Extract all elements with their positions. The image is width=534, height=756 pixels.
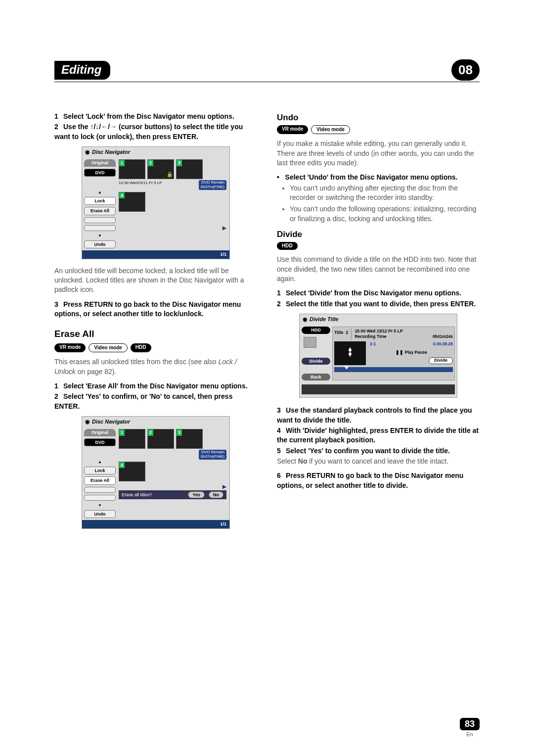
divide-button: Divide bbox=[429, 357, 453, 364]
video-mode-badge: Video mode bbox=[89, 343, 128, 352]
hdd-badge: HDD bbox=[131, 343, 151, 352]
disc-navigator-screenshot-lock: ◉Disc Navigator Original DVD ▲ Lock Eras… bbox=[82, 146, 230, 259]
divide-step-5-body: Select No if you want to cancel and leav… bbox=[277, 457, 480, 466]
chapter-number-badge: 08 bbox=[451, 59, 480, 81]
erase-step-1-text: Select 'Erase All' from the Disc Navigat… bbox=[63, 382, 248, 390]
camera-icon bbox=[304, 337, 316, 348]
filmstrip bbox=[302, 384, 455, 394]
no-button: No bbox=[209, 491, 223, 498]
divide-step-6-text: Press RETURN to go back to the Disc Navi… bbox=[277, 472, 463, 489]
vr-mode-badge: VR mode bbox=[54, 343, 86, 352]
nav-info-left: 12:30 Wed15/11 Pr 5 LP bbox=[119, 180, 162, 190]
undo-notes-list: You can't undo anything after ejecting t… bbox=[277, 184, 480, 224]
lock-menu-item: Lock bbox=[84, 197, 116, 205]
play-pause-label: ❚❚ Play Pause bbox=[370, 350, 453, 355]
nav-title: Disc Navigator bbox=[92, 418, 130, 425]
undo-note-1: You can't undo anything after ejecting t… bbox=[290, 184, 480, 203]
timeline-marker-icon bbox=[344, 366, 349, 370]
undo-heading: Undo bbox=[277, 112, 480, 123]
language-label: En bbox=[460, 731, 480, 737]
lock-step-1: 1Select 'Lock' from the Disc Navigator m… bbox=[54, 112, 257, 121]
erase-step-2-text: Select 'Yes' to confirm, or 'No' to canc… bbox=[54, 392, 232, 410]
divide-step-3-text: Use the standard playback controls to fi… bbox=[277, 406, 472, 424]
vr-mode-badge: VR mode bbox=[277, 125, 308, 134]
title-label: Title bbox=[334, 330, 343, 335]
right-column: Undo VR mode Video mode If you make a mi… bbox=[277, 112, 480, 536]
page-number: 83 bbox=[460, 718, 480, 730]
divide-menu-item: Divide bbox=[302, 358, 330, 365]
hdd-badge: HDD bbox=[277, 242, 298, 250]
recording-line: 15:00 Wed 13/12 Pr 5 LP bbox=[355, 329, 453, 334]
divide-title-screenshot: ◉Divide Title HDD Divide Back Title 2 bbox=[299, 314, 457, 398]
title-number: 2 bbox=[346, 330, 348, 335]
disc-icon: ◉ bbox=[303, 316, 308, 323]
down-arrow-icon: ▼ bbox=[84, 503, 116, 508]
dvd-remain-label: DVD Remain bbox=[201, 180, 224, 185]
erase-all-heading: Erase All bbox=[54, 328, 257, 340]
nav-page-indicator: 1/1 bbox=[220, 521, 226, 527]
divide-position: 2-1 bbox=[370, 341, 376, 347]
lock-step-2-text: Use the ↑/↓/←/→ (cursor buttons) to sele… bbox=[54, 123, 243, 140]
dvd-remain-label: DVD Remain bbox=[201, 450, 224, 454]
erase-all-intro: This erases all unlocked titles from the… bbox=[54, 357, 257, 377]
divide-badges: HDD bbox=[277, 242, 480, 250]
lock-explanation: An unlocked title will become locked; a … bbox=[54, 266, 257, 295]
dvd-remain-value: 0h37m(FINE) bbox=[201, 454, 224, 459]
undo-menu-item: Undo bbox=[84, 240, 116, 248]
divide-step-4-text: With 'Divide' highlighted, press ENTER t… bbox=[277, 426, 479, 444]
blank-menu-item bbox=[84, 217, 116, 223]
erase-all-menu-item: Erase All bbox=[84, 207, 116, 215]
lock-menu-item: Lock bbox=[84, 467, 116, 474]
chapter-header: Editing 08 bbox=[54, 59, 480, 82]
preview-thumbnail bbox=[334, 341, 366, 365]
dvd-remain-value: 0h37m(FINE) bbox=[201, 185, 224, 189]
chapter-title: Editing bbox=[54, 61, 110, 80]
undo-badges: VR mode Video mode bbox=[277, 125, 480, 134]
recording-time-value: 0h01m24s bbox=[433, 334, 453, 339]
divide-step-4: 4With 'Divide' highlighted, press ENTER … bbox=[277, 426, 480, 445]
dvd-label: DVD bbox=[84, 438, 116, 446]
blank-menu-item bbox=[84, 225, 116, 231]
divide-step-5: 5Select 'Yes' to confirm you want to div… bbox=[277, 446, 480, 456]
nav-page-indicator: 1/1 bbox=[220, 251, 226, 257]
up-arrow-icon: ▲ bbox=[84, 459, 116, 465]
divide-step-5-text: Select 'Yes' to confirm you want to divi… bbox=[286, 447, 450, 455]
undo-intro: If you make a mistake while editing, you… bbox=[277, 139, 480, 168]
disc-navigator-screenshot-erase: ◉Disc Navigator Original DVD ▲ Lock Eras… bbox=[82, 416, 230, 529]
timeline-track bbox=[334, 367, 453, 372]
blank-menu-item bbox=[84, 495, 116, 501]
yes-button: Yes bbox=[188, 491, 205, 498]
undo-bullet-lead: • Select 'Undo' from the Disc Navigator … bbox=[277, 173, 480, 182]
divide-step-6: 6Press RETURN to go back to the Disc Nav… bbox=[277, 471, 480, 490]
hdd-label: HDD bbox=[302, 327, 330, 333]
lock-step-2: 2Use the ↑/↓/←/→ (cursor buttons) to sel… bbox=[54, 122, 257, 142]
dvd-label: DVD bbox=[84, 169, 116, 177]
video-mode-badge: Video mode bbox=[311, 125, 350, 134]
divide-step-3: 3Use the standard playback controls to f… bbox=[277, 406, 480, 425]
no-option: No bbox=[298, 457, 308, 465]
down-arrow-icon: ▼ bbox=[84, 233, 116, 238]
page-footer: 83 En bbox=[460, 718, 480, 737]
erase-confirm-text: Erase all titles? bbox=[122, 492, 152, 498]
back-menu-item: Back bbox=[302, 374, 330, 380]
erase-all-menu-item: Erase All bbox=[84, 476, 116, 484]
divide-heading: Divide bbox=[277, 229, 480, 240]
erase-step-1: 1Select 'Erase All' from the Disc Naviga… bbox=[54, 381, 257, 391]
original-tab: Original bbox=[84, 429, 116, 436]
disc-icon: ◉ bbox=[85, 418, 90, 425]
divide-step-1-text: Select 'Divide' from the Disc Navigator … bbox=[286, 289, 461, 297]
original-tab: Original bbox=[84, 159, 116, 166]
left-column: 1Select 'Lock' from the Disc Navigator m… bbox=[54, 112, 257, 536]
lock-step-3-text: Press RETURN to go back to the Disc Navi… bbox=[54, 300, 241, 318]
divide-timecode: 0.00.08.26 bbox=[433, 341, 453, 347]
divide-title-label: Divide Title bbox=[310, 316, 338, 323]
divide-intro: Use this command to divide a title on th… bbox=[277, 255, 480, 284]
up-arrow-icon: ▲ bbox=[84, 189, 116, 195]
recording-time-label: Recording Time bbox=[355, 334, 386, 339]
lock-step-3: 3Press RETURN to go back to the Disc Nav… bbox=[54, 300, 257, 319]
divide-step-2: 2Select the title that you want to divid… bbox=[277, 299, 480, 309]
erase-all-badges: VR mode Video mode HDD bbox=[54, 343, 257, 352]
undo-note-2: You can't undo the following operations:… bbox=[290, 204, 480, 224]
nav-title: Disc Navigator bbox=[92, 148, 130, 156]
erase-step-2: 2Select 'Yes' to confirm, or 'No' to can… bbox=[54, 392, 257, 411]
